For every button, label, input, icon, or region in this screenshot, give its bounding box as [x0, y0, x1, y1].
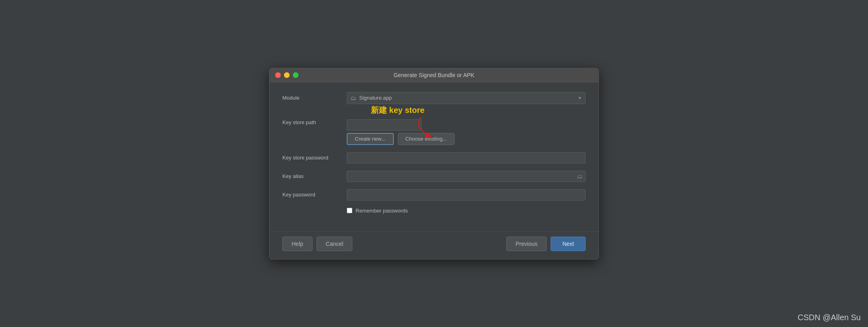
key-store-password-row: Key store password: [282, 152, 586, 164]
minimize-button[interactable]: [284, 72, 290, 78]
key-alias-input[interactable]: [347, 171, 586, 182]
key-store-path-label: Key store path: [282, 119, 347, 125]
key-alias-label: Key alias: [282, 173, 347, 179]
dropdown-arrow-icon: ▼: [578, 96, 582, 100]
module-label: Module: [282, 95, 347, 101]
dialog-footer: Help Cancel Previous Next: [269, 231, 599, 259]
previous-button[interactable]: Previous: [506, 237, 547, 251]
key-store-path-row: Key store path 新建 key store: [282, 119, 586, 131]
help-button[interactable]: Help: [282, 237, 313, 251]
annotation-label: 新建 key store: [371, 105, 424, 116]
module-row: Module 🗂 Signature.app ▼: [282, 92, 586, 104]
titlebar: Generate Signed Bundle or APK: [269, 68, 599, 82]
window-controls: [275, 72, 298, 78]
footer-left: Help Cancel: [282, 237, 352, 251]
next-button[interactable]: Next: [551, 237, 586, 251]
remember-passwords-checkbox[interactable]: [347, 208, 352, 213]
key-store-password-input[interactable]: [347, 152, 586, 164]
module-dropdown[interactable]: 🗂 Signature.app ▼: [347, 92, 586, 104]
cancel-button[interactable]: Cancel: [317, 237, 353, 251]
annotation-arrow-icon: [409, 115, 449, 139]
footer-right: Previous Next: [506, 237, 586, 251]
key-password-row: Key password: [282, 189, 586, 200]
module-value: Signature.app: [359, 95, 392, 101]
key-alias-input-wrap: 🗂: [347, 171, 586, 182]
key-password-input[interactable]: [347, 189, 586, 200]
dialog-body: Module 🗂 Signature.app ▼ Key store path …: [269, 82, 599, 231]
key-store-buttons: Create new... Choose existing...: [347, 133, 586, 145]
key-alias-row: Key alias 🗂: [282, 171, 586, 182]
dialog-title: Generate Signed Bundle or APK: [394, 72, 475, 78]
maximize-button[interactable]: [293, 72, 298, 78]
annotation-container: 新建 key store: [347, 119, 586, 131]
close-button[interactable]: [275, 72, 281, 78]
create-new-button[interactable]: Create new...: [347, 133, 394, 145]
key-store-password-label: Key store password: [282, 155, 347, 161]
module-folder-icon: 🗂: [350, 95, 356, 101]
remember-passwords-row: Remember passwords: [347, 208, 586, 214]
key-alias-folder-icon: 🗂: [577, 173, 582, 180]
remember-passwords-label[interactable]: Remember passwords: [356, 208, 408, 214]
watermark: CSDN @Allen Su: [798, 313, 861, 322]
generate-signed-bundle-dialog: Generate Signed Bundle or APK Module 🗂 S…: [269, 68, 599, 260]
key-password-label: Key password: [282, 192, 347, 198]
